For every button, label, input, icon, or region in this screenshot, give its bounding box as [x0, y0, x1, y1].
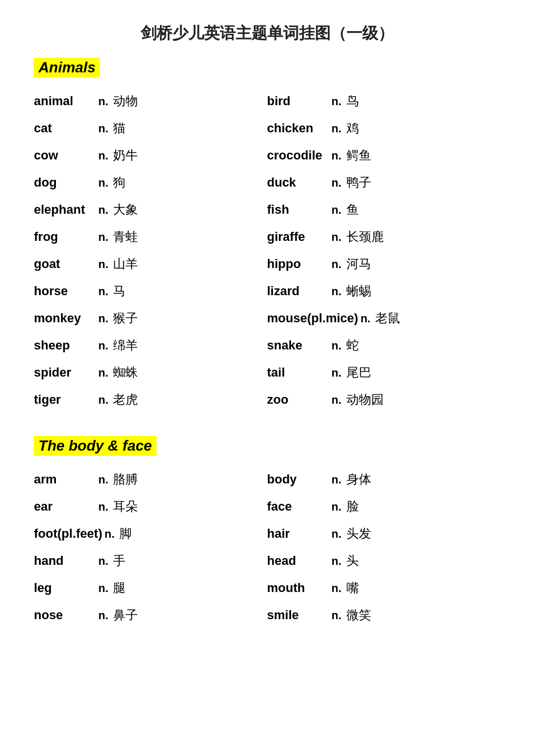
word-chinese: 鼻子 — [113, 607, 147, 624]
word-chinese: 奶牛 — [113, 147, 147, 164]
list-item: zoo n. 动物园 — [267, 386, 501, 413]
word-pos: n. — [96, 204, 113, 217]
word-english: snake — [267, 338, 329, 353]
word-pos: n. — [329, 555, 346, 568]
word-chinese: 马 — [113, 283, 147, 300]
word-english: nose — [34, 608, 96, 623]
word-chinese: 腿 — [113, 580, 147, 597]
word-chinese: 嘴 — [346, 580, 380, 597]
list-item: face n. 脸 — [267, 493, 501, 520]
word-chinese: 蛇 — [346, 337, 380, 354]
list-item: cow n. 奶牛 — [34, 142, 267, 169]
word-english: face — [267, 499, 329, 514]
list-item: body n. 身体 — [267, 466, 501, 493]
word-pos: n. — [329, 394, 346, 407]
word-english: hand — [34, 554, 96, 568]
word-pos: n. — [96, 231, 113, 244]
word-english: body — [267, 472, 329, 487]
word-pos: n. — [329, 149, 346, 162]
word-pos: n. — [329, 500, 346, 513]
word-chinese: 鳄鱼 — [346, 147, 380, 164]
word-pos: n. — [96, 312, 113, 325]
word-chinese: 身体 — [346, 471, 380, 488]
list-item: spider n. 蜘蛛 — [34, 359, 267, 386]
word-chinese: 狗 — [113, 174, 147, 191]
list-item: tail n. 尾巴 — [267, 359, 501, 386]
word-chinese: 长颈鹿 — [346, 228, 384, 245]
word-english: chicken — [267, 121, 329, 136]
word-pos: n. — [96, 339, 113, 352]
word-chinese: 胳膊 — [113, 471, 147, 488]
word-chinese: 动物 — [113, 93, 147, 110]
list-item: bird n. 鸟 — [267, 88, 501, 115]
word-chinese: 猫 — [113, 120, 147, 137]
word-chinese: 动物园 — [346, 391, 384, 408]
word-chinese: 老鼠 — [375, 310, 409, 327]
word-english: frog — [34, 230, 96, 244]
list-item: chicken n. 鸡 — [267, 115, 501, 142]
list-item: cat n. 猫 — [34, 115, 267, 142]
list-item: ear n. 耳朵 — [34, 493, 267, 520]
list-item: horse n. 马 — [34, 278, 267, 305]
word-pos: n. — [96, 394, 113, 407]
word-pos: n. — [96, 95, 113, 108]
word-chinese: 头 — [346, 552, 380, 569]
word-pos: n. — [329, 339, 346, 352]
word-pos: n. — [329, 528, 346, 541]
word-english: crocodile — [267, 148, 329, 163]
word-chinese: 鱼 — [346, 201, 380, 218]
list-item: crocodile n. 鳄鱼 — [267, 142, 501, 169]
word-english: tail — [267, 365, 329, 380]
list-item: hippo n. 河马 — [267, 250, 501, 278]
list-item: arm n. 胳膊 — [34, 466, 267, 493]
word-english: tiger — [34, 392, 96, 407]
word-pos: n. — [329, 204, 346, 217]
list-item: lizard n. 蜥蜴 — [267, 278, 501, 305]
word-chinese: 山羊 — [113, 256, 147, 273]
word-english: smile — [267, 608, 329, 623]
word-english: ear — [34, 499, 96, 514]
word-chinese: 耳朵 — [113, 498, 147, 515]
word-pos: n. — [96, 149, 113, 162]
list-item: leg n. 腿 — [34, 574, 267, 602]
word-english: goat — [34, 257, 96, 271]
word-pos: n. — [329, 609, 346, 622]
list-item: nose n. 鼻子 — [34, 602, 267, 629]
word-pos: n. — [329, 231, 346, 244]
word-english: fish — [267, 202, 329, 217]
word-chinese: 脚 — [119, 525, 153, 542]
word-pos: n. — [329, 176, 346, 189]
section-header-animals: Animals — [34, 58, 100, 77]
list-item: smile n. 微笑 — [267, 602, 501, 629]
list-item: sheep n. 绵羊 — [34, 332, 267, 359]
list-item: foot(pl.feet) n. 脚 — [34, 520, 267, 547]
word-english: spider — [34, 365, 96, 380]
word-english: mouse(pl.mice) — [267, 311, 358, 326]
word-pos: n. — [96, 609, 113, 622]
word-pos: n. — [329, 95, 346, 108]
word-pos: n. — [329, 285, 346, 298]
word-chinese: 微笑 — [346, 607, 380, 624]
list-item: duck n. 鸭子 — [267, 169, 501, 196]
word-chinese: 手 — [113, 552, 147, 569]
word-english: dog — [34, 175, 96, 190]
word-english: horse — [34, 284, 96, 299]
word-chinese: 鸡 — [346, 120, 380, 137]
word-chinese: 大象 — [113, 201, 147, 218]
word-pos: n. — [96, 285, 113, 298]
word-chinese: 猴子 — [113, 310, 147, 327]
list-item: hand n. 手 — [34, 547, 267, 574]
list-item: head n. 头 — [267, 547, 501, 574]
word-chinese: 青蛙 — [113, 228, 147, 245]
list-item: snake n. 蛇 — [267, 332, 501, 359]
word-pos: n. — [102, 528, 119, 541]
word-pos: n. — [329, 582, 346, 595]
word-english: zoo — [267, 392, 329, 407]
word-chinese: 老虎 — [113, 391, 147, 408]
section-header-body: The body & face — [34, 436, 157, 456]
list-item: giraffe n. 长颈鹿 — [267, 223, 501, 250]
word-pos: n. — [96, 500, 113, 513]
word-pos: n. — [96, 366, 113, 379]
section-words-animals: animal n. 动物bird n. 鸟cat n. 猫chicken n. … — [34, 88, 500, 413]
word-english: hair — [267, 526, 329, 541]
